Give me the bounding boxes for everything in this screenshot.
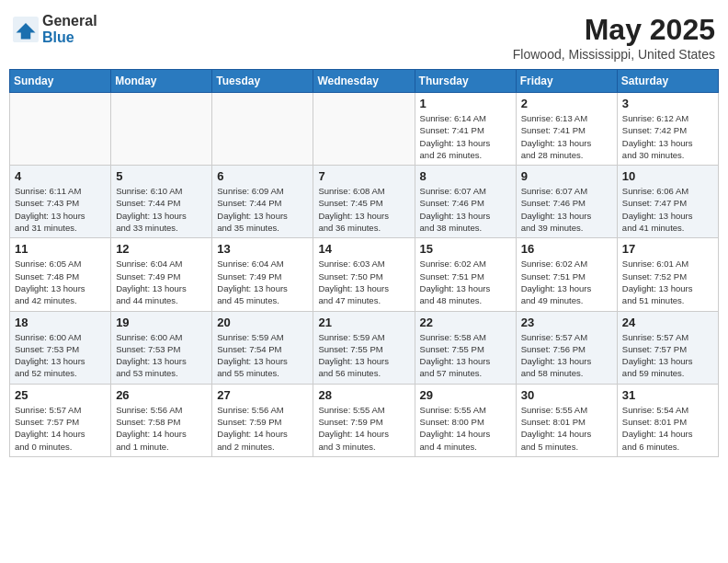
day-info: Sunrise: 6:07 AM Sunset: 7:46 PM Dayligh…	[420, 185, 511, 234]
day-info: Sunrise: 6:03 AM Sunset: 7:50 PM Dayligh…	[318, 258, 409, 306]
calendar-week-row: 11Sunrise: 6:05 AM Sunset: 7:48 PM Dayli…	[10, 238, 719, 311]
calendar-cell: 14Sunrise: 6:03 AM Sunset: 7:50 PM Dayli…	[313, 238, 415, 311]
day-number: 7	[318, 169, 409, 183]
day-info: Sunrise: 6:07 AM Sunset: 7:46 PM Dayligh…	[521, 185, 612, 234]
day-info: Sunrise: 5:55 AM Sunset: 8:00 PM Dayligh…	[420, 404, 511, 453]
day-number: 15	[420, 242, 511, 256]
day-number: 13	[217, 242, 308, 256]
day-number: 20	[217, 316, 308, 329]
day-info: Sunrise: 5:57 AM Sunset: 7:57 PM Dayligh…	[15, 404, 106, 453]
day-number: 29	[420, 388, 511, 402]
day-number: 23	[521, 316, 612, 329]
day-info: Sunrise: 5:55 AM Sunset: 8:01 PM Dayligh…	[521, 404, 612, 453]
logo-blue: Blue	[42, 29, 97, 46]
calendar-cell: 28Sunrise: 5:55 AM Sunset: 7:59 PM Dayli…	[313, 384, 415, 456]
weekday-header-row: SundayMondayTuesdayWednesdayThursdayFrid…	[10, 70, 719, 93]
calendar-cell: 15Sunrise: 6:02 AM Sunset: 7:51 PM Dayli…	[415, 238, 516, 311]
page-header: General Blue May 2025 Flowood, Mississip…	[9, 9, 719, 62]
day-info: Sunrise: 6:13 AM Sunset: 7:41 PM Dayligh…	[521, 112, 612, 161]
weekday-header: Monday	[111, 70, 212, 93]
day-info: Sunrise: 6:01 AM Sunset: 7:52 PM Dayligh…	[622, 258, 713, 306]
calendar-cell: 23Sunrise: 5:57 AM Sunset: 7:56 PM Dayli…	[516, 311, 617, 384]
day-info: Sunrise: 5:59 AM Sunset: 7:54 PM Dayligh…	[217, 331, 308, 380]
day-number: 12	[116, 242, 207, 256]
day-info: Sunrise: 6:06 AM Sunset: 7:47 PM Dayligh…	[622, 185, 713, 234]
calendar-week-row: 18Sunrise: 6:00 AM Sunset: 7:53 PM Dayli…	[10, 311, 719, 384]
day-number: 2	[521, 97, 612, 110]
day-number: 10	[622, 169, 713, 183]
day-info: Sunrise: 5:54 AM Sunset: 8:01 PM Dayligh…	[622, 404, 713, 453]
calendar-cell: 1Sunrise: 6:14 AM Sunset: 7:41 PM Daylig…	[415, 93, 516, 166]
day-number: 19	[116, 316, 207, 329]
calendar-cell: 9Sunrise: 6:07 AM Sunset: 7:46 PM Daylig…	[516, 166, 617, 238]
day-info: Sunrise: 5:56 AM Sunset: 7:58 PM Dayligh…	[116, 404, 207, 453]
calendar-cell: 22Sunrise: 5:58 AM Sunset: 7:55 PM Dayli…	[415, 311, 516, 384]
day-number: 30	[521, 388, 612, 402]
weekday-header: Wednesday	[313, 70, 415, 93]
day-number: 9	[521, 169, 612, 183]
calendar-cell: 27Sunrise: 5:56 AM Sunset: 7:59 PM Dayli…	[212, 384, 313, 456]
calendar-cell	[111, 93, 212, 166]
day-number: 26	[116, 388, 207, 402]
calendar-cell	[313, 93, 415, 166]
calendar-week-row: 25Sunrise: 5:57 AM Sunset: 7:57 PM Dayli…	[10, 384, 719, 456]
day-info: Sunrise: 5:58 AM Sunset: 7:55 PM Dayligh…	[420, 331, 511, 380]
day-number: 11	[15, 242, 106, 256]
calendar-cell: 10Sunrise: 6:06 AM Sunset: 7:47 PM Dayli…	[617, 166, 718, 238]
logo: General Blue	[13, 13, 97, 45]
calendar-cell: 17Sunrise: 6:01 AM Sunset: 7:52 PM Dayli…	[617, 238, 718, 311]
day-info: Sunrise: 6:04 AM Sunset: 7:49 PM Dayligh…	[116, 258, 207, 306]
day-number: 3	[622, 97, 713, 110]
day-number: 24	[622, 316, 713, 329]
weekday-header: Saturday	[617, 70, 718, 93]
calendar-cell: 31Sunrise: 5:54 AM Sunset: 8:01 PM Dayli…	[617, 384, 718, 456]
calendar-cell: 8Sunrise: 6:07 AM Sunset: 7:46 PM Daylig…	[415, 166, 516, 238]
day-info: Sunrise: 5:59 AM Sunset: 7:55 PM Dayligh…	[318, 331, 409, 380]
calendar-cell: 19Sunrise: 6:00 AM Sunset: 7:53 PM Dayli…	[111, 311, 212, 384]
day-number: 1	[420, 97, 511, 110]
calendar-week-row: 1Sunrise: 6:14 AM Sunset: 7:41 PM Daylig…	[10, 93, 719, 166]
calendar-cell: 20Sunrise: 5:59 AM Sunset: 7:54 PM Dayli…	[212, 311, 313, 384]
day-info: Sunrise: 6:02 AM Sunset: 7:51 PM Dayligh…	[521, 258, 612, 306]
calendar-cell: 18Sunrise: 6:00 AM Sunset: 7:53 PM Dayli…	[10, 311, 111, 384]
day-number: 14	[318, 242, 409, 256]
day-number: 5	[116, 169, 207, 183]
day-info: Sunrise: 6:09 AM Sunset: 7:44 PM Dayligh…	[217, 185, 308, 234]
logo-icon	[13, 17, 39, 42]
day-info: Sunrise: 6:05 AM Sunset: 7:48 PM Dayligh…	[15, 258, 106, 306]
calendar-cell	[10, 93, 111, 166]
day-info: Sunrise: 5:56 AM Sunset: 7:59 PM Dayligh…	[217, 404, 308, 453]
day-info: Sunrise: 6:12 AM Sunset: 7:42 PM Dayligh…	[622, 112, 713, 161]
calendar-cell: 25Sunrise: 5:57 AM Sunset: 7:57 PM Dayli…	[10, 384, 111, 456]
day-info: Sunrise: 6:14 AM Sunset: 7:41 PM Dayligh…	[420, 112, 511, 161]
day-number: 22	[420, 316, 511, 329]
calendar-cell: 24Sunrise: 5:57 AM Sunset: 7:57 PM Dayli…	[617, 311, 718, 384]
day-number: 17	[622, 242, 713, 256]
day-info: Sunrise: 6:00 AM Sunset: 7:53 PM Dayligh…	[116, 331, 207, 380]
calendar-cell: 12Sunrise: 6:04 AM Sunset: 7:49 PM Dayli…	[111, 238, 212, 311]
weekday-header: Friday	[516, 70, 617, 93]
calendar-table: SundayMondayTuesdayWednesdayThursdayFrid…	[9, 69, 719, 457]
weekday-header: Tuesday	[212, 70, 313, 93]
title-area: May 2025 Flowood, Mississippi, United St…	[513, 13, 715, 62]
calendar-week-row: 4Sunrise: 6:11 AM Sunset: 7:43 PM Daylig…	[10, 166, 719, 238]
calendar-cell: 26Sunrise: 5:56 AM Sunset: 7:58 PM Dayli…	[111, 384, 212, 456]
day-number: 6	[217, 169, 308, 183]
day-info: Sunrise: 6:04 AM Sunset: 7:49 PM Dayligh…	[217, 258, 308, 306]
day-number: 21	[318, 316, 409, 329]
calendar-cell: 21Sunrise: 5:59 AM Sunset: 7:55 PM Dayli…	[313, 311, 415, 384]
logo-general: General	[42, 13, 97, 29]
day-info: Sunrise: 6:08 AM Sunset: 7:45 PM Dayligh…	[318, 185, 409, 234]
calendar-cell: 29Sunrise: 5:55 AM Sunset: 8:00 PM Dayli…	[415, 384, 516, 456]
day-number: 25	[15, 388, 106, 402]
calendar-cell: 7Sunrise: 6:08 AM Sunset: 7:45 PM Daylig…	[313, 166, 415, 238]
calendar-cell: 2Sunrise: 6:13 AM Sunset: 7:41 PM Daylig…	[516, 93, 617, 166]
day-number: 31	[622, 388, 713, 402]
day-number: 18	[15, 316, 106, 329]
day-info: Sunrise: 5:55 AM Sunset: 7:59 PM Dayligh…	[318, 404, 409, 453]
calendar-cell: 13Sunrise: 6:04 AM Sunset: 7:49 PM Dayli…	[212, 238, 313, 311]
day-number: 16	[521, 242, 612, 256]
day-info: Sunrise: 6:10 AM Sunset: 7:44 PM Dayligh…	[116, 185, 207, 234]
calendar-cell: 16Sunrise: 6:02 AM Sunset: 7:51 PM Dayli…	[516, 238, 617, 311]
day-number: 4	[15, 169, 106, 183]
